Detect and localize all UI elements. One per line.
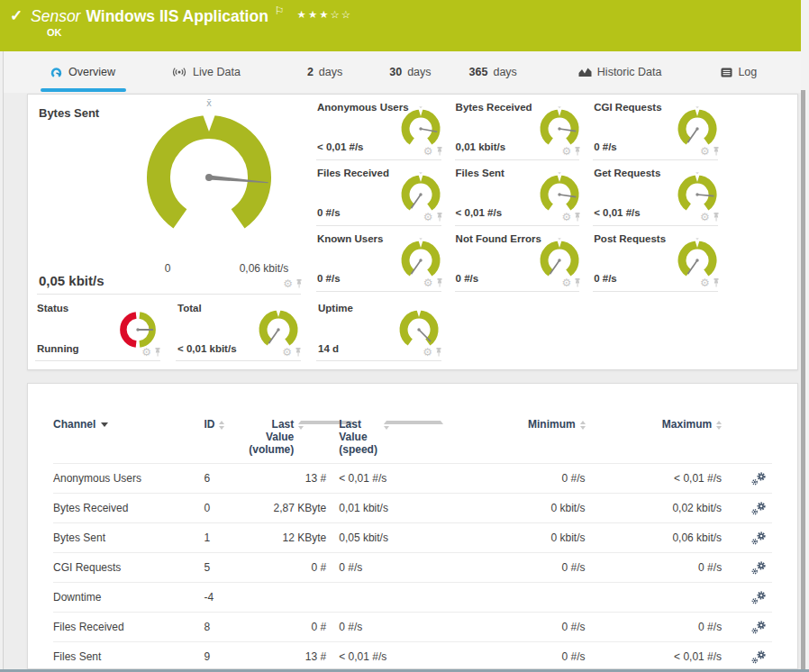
- favorite-flag-icon[interactable]: ⚐: [275, 5, 285, 17]
- channel-row[interactable]: CGI Requests 5 0 # 0 #/s 0 #/s 0 #/s: [53, 552, 772, 582]
- tab-historic-data[interactable]: Historic Data: [578, 51, 662, 93]
- sensor-name: Windows IIS Application: [86, 7, 268, 25]
- gauge-pin-icon[interactable]: [154, 348, 161, 357]
- gauge-pin-icon[interactable]: [574, 213, 581, 222]
- table-header-row: Channel ID Last Value (volume) Last Valu…: [53, 413, 772, 463]
- gauge-pin-icon[interactable]: [435, 348, 442, 357]
- tab-bar: Overview Live Data 2days 30days 365days …: [0, 51, 809, 93]
- gauge-cell[interactable]: Status Running ⚙: [28, 298, 168, 361]
- gauge-pin-icon[interactable]: [436, 147, 443, 156]
- column-header-last-value-volume[interactable]: Last Value (volume): [247, 418, 326, 456]
- cell-separator: [37, 294, 301, 295]
- gauge-settings-gear-icon[interactable]: ⚙: [423, 347, 432, 358]
- gauge-pin-icon[interactable]: [295, 348, 302, 357]
- gauge-pin-icon[interactable]: [295, 279, 303, 288]
- gauge-cell[interactable]: Uptime 14 d ⚙: [309, 298, 450, 361]
- gauge-settings-gear-icon[interactable]: ⚙: [423, 146, 433, 157]
- channel-last-value-volume: 13 #: [247, 650, 326, 663]
- gauge-settings-gear-icon[interactable]: ⚙: [141, 347, 151, 358]
- channel-row[interactable]: Anonymous Users 6 13 # < 0,01 #/s 0 #/s …: [53, 463, 772, 493]
- gauge-settings-gear-icon[interactable]: ⚙: [561, 277, 571, 288]
- channel-minimum: 0 #/s: [443, 561, 586, 574]
- channel-settings-gears-icon[interactable]: [751, 531, 767, 545]
- column-header-maximum[interactable]: Maximum: [586, 418, 722, 431]
- gauge-value: 0 #/s: [594, 141, 617, 152]
- channel-settings-gears-icon[interactable]: [751, 472, 767, 486]
- channel-row[interactable]: Bytes Received 0 2,87 KByte 0,01 kbit/s …: [53, 493, 772, 522]
- channel-settings-gears-icon[interactable]: [751, 502, 767, 515]
- channel-settings-gears-icon[interactable]: [751, 621, 767, 634]
- gauge-cell[interactable]: Total < 0,01 kbit/s ⚙: [168, 298, 309, 361]
- channel-row[interactable]: Files Sent 9 13 # < 0,01 #/s 0 #/s < 0,0…: [53, 641, 772, 669]
- channel-settings-gears-icon[interactable]: [751, 650, 767, 664]
- gauge-cell[interactable]: Anonymous Users < 0,01 #/s ⚙: [312, 95, 450, 160]
- column-header-channel[interactable]: Channel: [53, 418, 204, 431]
- gauge-cell[interactable]: Bytes Received 0,01 kbit/s ⚙: [450, 95, 589, 160]
- gauge-cell[interactable]: CGI Requests 0 #/s ⚙: [588, 95, 727, 160]
- tab-label: Overview: [68, 66, 115, 78]
- column-header-minimum[interactable]: Minimum: [443, 418, 585, 431]
- tab-log[interactable]: Log: [721, 51, 757, 93]
- gauge-cell[interactable]: Files Received 0 #/s ⚙: [312, 160, 450, 226]
- gauge-cell[interactable]: Files Sent < 0,01 #/s ⚙: [450, 160, 589, 226]
- gauge-pin-icon[interactable]: [436, 213, 443, 222]
- tab-label: Historic Data: [597, 66, 662, 78]
- tab-label: days: [407, 66, 431, 78]
- tab-30-days[interactable]: 30days: [389, 51, 431, 93]
- gauge-settings-gear-icon[interactable]: ⚙: [282, 347, 292, 358]
- channel-maximum: 0,02 kbit/s: [586, 502, 723, 514]
- channel-row[interactable]: Downtime -4: [53, 582, 772, 612]
- log-icon: [721, 68, 732, 77]
- channels-table: Channel ID Last Value (volume) Last Valu…: [53, 413, 772, 669]
- gauge-pin-icon[interactable]: [713, 213, 720, 222]
- gauge-settings-gear-icon[interactable]: ⚙: [561, 146, 571, 157]
- cell-separator: [316, 291, 441, 292]
- column-header-id[interactable]: ID: [204, 418, 247, 431]
- gauge-cell[interactable]: Not Found Errors 0 #/s ⚙: [450, 226, 589, 292]
- tab-label: Live Data: [193, 66, 241, 78]
- channel-maximum: < 0,01 #/s: [586, 472, 723, 485]
- priority-stars[interactable]: ★★★☆☆: [297, 9, 353, 20]
- gauge-pin-icon[interactable]: [574, 278, 581, 287]
- gauge-scale-max: 0,06 kbit/s: [210, 262, 318, 275]
- column-header-last-value-speed[interactable]: Last Value (speed): [326, 418, 443, 456]
- channel-settings-gears-icon[interactable]: [751, 561, 767, 575]
- vertical-scrollbar[interactable]: [801, 0, 809, 672]
- sort-descending-icon: [101, 422, 108, 427]
- gauge-settings-gear-icon[interactable]: ⚙: [700, 146, 710, 157]
- channel-minimum: 0 #/s: [443, 650, 586, 663]
- gauge-pin-icon[interactable]: [436, 278, 443, 287]
- sensor-header: ✓ SensorWindows IIS Application⚐★★★☆☆ OK: [0, 0, 801, 51]
- gauge-settings-gear-icon[interactable]: ⚙: [423, 277, 433, 288]
- tab-live-data[interactable]: Live Data: [171, 51, 241, 93]
- gauge-pin-icon[interactable]: [713, 147, 720, 156]
- channel-last-value-volume: 2,87 KByte: [247, 502, 326, 514]
- gauge-cell[interactable]: Known Users 0 #/s ⚙: [312, 226, 450, 292]
- gauge-title: Uptime: [318, 303, 353, 313]
- gauge-title: Get Requests: [594, 168, 660, 178]
- channel-last-value-speed: 0 #/s: [326, 561, 443, 574]
- tab-2-days[interactable]: 2days: [307, 51, 342, 93]
- gauge-title: Post Requests: [594, 233, 666, 244]
- gauge-cell[interactable]: Get Requests < 0,01 #/s ⚙: [588, 160, 727, 226]
- gauge-value: Running: [37, 343, 79, 354]
- channel-last-value-speed: < 0,01 #/s: [326, 650, 443, 663]
- channel-row[interactable]: Bytes Sent 1 12 KByte 0,05 kbit/s 0 kbit…: [53, 522, 772, 552]
- gauge-settings-gear-icon[interactable]: ⚙: [283, 278, 293, 289]
- tab-overview[interactable]: Overview: [50, 51, 115, 93]
- gauge-settings-gear-icon[interactable]: ⚙: [700, 212, 710, 222]
- channel-row[interactable]: Files Received 8 0 # 0 #/s 0 #/s 0 #/s: [53, 612, 772, 641]
- gauge-settings-gear-icon[interactable]: ⚙: [561, 212, 571, 222]
- channel-settings-gears-icon[interactable]: [751, 591, 767, 604]
- channel-id: -4: [205, 591, 248, 604]
- gauge-cell[interactable]: Post Requests 0 #/s ⚙: [588, 226, 727, 292]
- channel-maximum: 0 #/s: [586, 621, 723, 633]
- gauge-pin-icon[interactable]: [574, 147, 581, 156]
- sensor-title: SensorWindows IIS Application⚐★★★☆☆: [31, 5, 352, 26]
- gauge-settings-gear-icon[interactable]: ⚙: [700, 277, 710, 288]
- tab-365-days[interactable]: 365days: [469, 51, 517, 93]
- gauge-value: 0 #/s: [317, 207, 341, 218]
- gauge-settings-gear-icon[interactable]: ⚙: [423, 212, 433, 222]
- gauge-cell-bytes-sent[interactable]: Bytes Sent x̄ 0 0,06 kbit/s 0,05 kbit/s …: [28, 95, 312, 295]
- gauge-pin-icon[interactable]: [713, 278, 720, 287]
